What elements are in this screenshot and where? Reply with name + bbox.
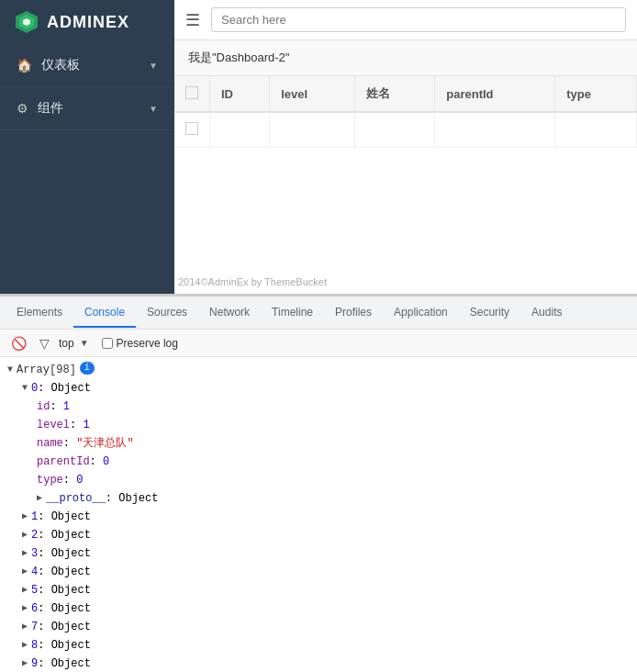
console-object-3[interactable]: ▶ 3: Object	[0, 544, 637, 563]
console-prop-type: type: 0	[0, 471, 637, 489]
console-prop-name: name: "天津总队"	[0, 434, 637, 453]
table-header: ID level 姓名 parentId type	[174, 76, 637, 112]
console-object-0[interactable]: ▼ 0: Object	[0, 379, 637, 398]
dashboard-title: 我是"Dashboard-2"	[188, 50, 289, 64]
console-object-1[interactable]: ▶ 1: Object	[0, 508, 637, 526]
sidebar-item-dashboard[interactable]: 🏠 仪表板 ▼	[0, 44, 174, 87]
expand-array-icon[interactable]: ▼	[7, 362, 13, 378]
table-cell-level	[270, 112, 355, 148]
footer: 2014©AdminEx by ThemeBucket	[178, 274, 327, 288]
table-col-type: type	[555, 76, 637, 112]
preserve-log-checkbox[interactable]	[102, 338, 113, 349]
home-icon: 🏠	[17, 58, 32, 73]
tab-console[interactable]: Console	[73, 298, 136, 328]
devtools-tabs: Elements Console Sources Network Timelin…	[0, 297, 637, 330]
filter-button[interactable]: ▽	[36, 334, 53, 353]
console-toolbar: 🚫 ▽ top ▼ Preserve log	[0, 330, 637, 357]
sidebar-logo: ADMINEX	[0, 0, 174, 44]
console-output: ▼ Array[98] i ▼ 0: Object id: 1 level: 1…	[0, 357, 637, 672]
table-col-checkbox	[174, 76, 210, 112]
context-arrow[interactable]: ▼	[80, 338, 89, 348]
gear-icon: ⚙	[17, 101, 28, 116]
table-col-level: level	[270, 76, 355, 112]
main-content: ☰ 我是"Dashboard-2" ID level 姓名 parentId t…	[174, 0, 637, 294]
select-all-checkbox[interactable]	[185, 86, 198, 99]
console-prop-id: id: 1	[0, 398, 637, 416]
console-object-5[interactable]: ▶ 5: Object	[0, 581, 637, 599]
search-input[interactable]	[211, 7, 626, 32]
console-object-6[interactable]: ▶ 6: Object	[0, 599, 637, 618]
table-cell-name	[354, 112, 435, 148]
chevron-down-icon: ▼	[149, 61, 158, 71]
sidebar-dashboard-label: 仪表板	[41, 57, 80, 73]
tab-security[interactable]: Security	[459, 298, 520, 328]
table-col-id: ID	[210, 76, 270, 112]
console-object-4[interactable]: ▶ 4: Object	[0, 563, 637, 581]
table-row	[174, 112, 637, 148]
sidebar-nav: 🏠 仪表板 ▼ ⚙ 组件 ▼	[0, 44, 174, 130]
console-object-9[interactable]: ▶ 9: Object	[0, 655, 637, 672]
tab-sources[interactable]: Sources	[136, 298, 198, 328]
chevron-down-icon-2: ▼	[149, 104, 158, 114]
adminex-logo-icon	[14, 9, 39, 35]
dashboard-header: 我是"Dashboard-2"	[174, 40, 637, 76]
sidebar-item-components[interactable]: ⚙ 组件 ▼	[0, 87, 174, 130]
row-checkbox[interactable]	[185, 122, 198, 135]
console-array-line[interactable]: ▼ Array[98] i	[0, 361, 637, 379]
console-proto-0[interactable]: ▶ __proto__: Object	[0, 489, 637, 508]
console-prop-parentid: parentId: 0	[0, 453, 637, 471]
expand-obj0-icon[interactable]: ▼	[22, 380, 28, 397]
tab-network[interactable]: Network	[198, 298, 261, 328]
table-col-name: 姓名	[354, 76, 435, 112]
footer-text: 2014©AdminEx by ThemeBucket	[178, 276, 327, 287]
tab-elements[interactable]: Elements	[6, 298, 73, 328]
table-cell-id	[210, 112, 270, 148]
context-selector[interactable]: top	[59, 337, 74, 350]
console-object-7[interactable]: ▶ 7: Object	[0, 618, 637, 636]
console-object-8[interactable]: ▶ 8: Object	[0, 636, 637, 655]
devtools-panel: Elements Console Sources Network Timelin…	[0, 294, 637, 672]
preserve-log-label[interactable]: Preserve log	[102, 337, 178, 350]
console-object-2[interactable]: ▶ 2: Object	[0, 526, 637, 544]
array-info-badge: i	[80, 362, 95, 375]
table-cell-type	[555, 112, 637, 148]
tab-application[interactable]: Application	[383, 298, 459, 328]
topbar: ☰	[174, 0, 637, 40]
app-title: ADMINEX	[47, 13, 129, 32]
app-container: ADMINEX 🏠 仪表板 ▼ ⚙ 组件 ▼ ☰	[0, 0, 637, 294]
table-cell-parentid	[435, 112, 555, 148]
expand-proto-icon[interactable]: ▶	[37, 490, 42, 507]
data-table: ID level 姓名 parentId type	[174, 76, 637, 148]
console-prop-level: level: 1	[0, 416, 637, 434]
clear-console-button[interactable]: 🚫	[7, 334, 30, 353]
sidebar: ADMINEX 🏠 仪表板 ▼ ⚙ 组件 ▼	[0, 0, 174, 294]
tab-audits[interactable]: Audits	[520, 298, 573, 328]
hamburger-button[interactable]: ☰	[185, 10, 200, 30]
sidebar-components-label: 组件	[38, 100, 63, 117]
table-col-parentid: parentId	[435, 76, 555, 112]
tab-profiles[interactable]: Profiles	[324, 298, 383, 328]
tab-timeline[interactable]: Timeline	[261, 298, 324, 328]
